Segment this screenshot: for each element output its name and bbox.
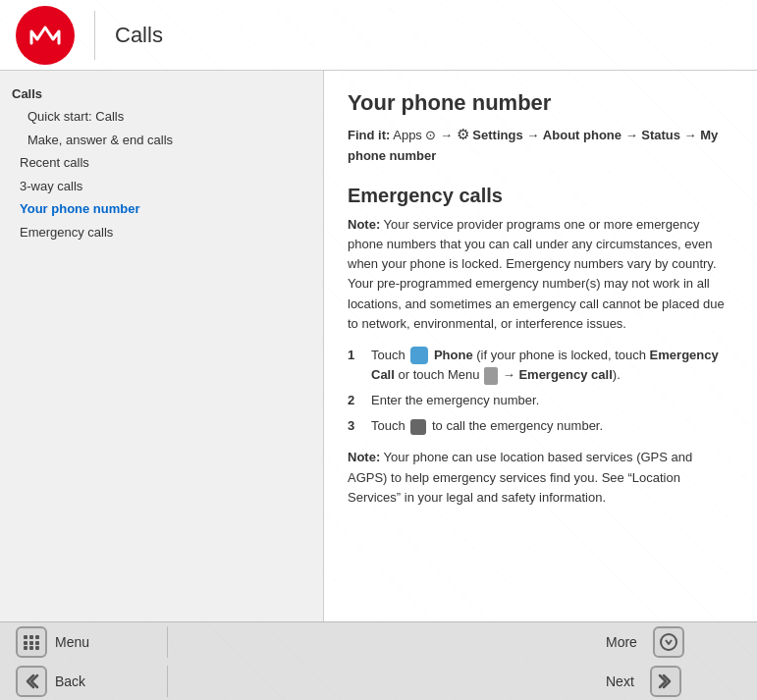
menu-label: Menu [55,634,89,650]
back-label: Back [55,673,85,689]
svg-rect-3 [24,641,27,645]
step3-text: Touch to call the emergency number. [371,416,733,436]
sidebar-item-your-phone-number[interactable]: Your phone number [8,197,315,221]
sidebar: Calls Quick start: Calls Make, answer & … [0,71,324,621]
footer-row-top: Menu More [0,622,757,662]
footer-row-bottom: Back Next [0,662,757,700]
main-content: Your phone number Find it: Apps ⊙ → ⚙ Se… [324,71,757,621]
footer-v-divider2 [167,666,168,697]
menu-icon-svg [23,633,40,651]
note2-label: Note: [348,450,380,464]
menu-icon [16,626,47,658]
svg-rect-6 [29,646,33,650]
next-button[interactable]: Next [590,660,757,700]
note1-text: Your service provider programs one or mo… [348,217,725,331]
step2-text: Enter the emergency number. [371,391,733,410]
find-it-label: Find it: [348,128,390,142]
sidebar-item-emergency-calls[interactable]: Emergency calls [8,221,315,244]
sidebar-item-3way[interactable]: 3-way calls [8,175,315,198]
step1-text: Touch Phone (if your phone is locked, to… [371,346,733,385]
back-icon-svg [22,672,41,691]
find-it-text: Find it: Apps ⊙ → ⚙ Settings → About pho… [348,124,733,165]
sidebar-item-make-answer[interactable]: Make, answer & end calls [8,129,315,152]
sidebar-item-recent-calls[interactable]: Recent calls [8,151,315,175]
step3: 3 Touch to call the emergency number. [348,416,733,436]
phone-icon-small [410,419,426,435]
back-icon [16,666,47,697]
svg-rect-7 [35,635,39,639]
next-label: Next [606,673,634,689]
menu-icon-inline [484,367,498,385]
section-heading-emergency: Emergency calls [348,185,733,207]
back-button[interactable]: Back [0,660,167,700]
header-divider [94,11,95,60]
phone-icon-blue [410,347,428,364]
footer: Menu More [0,621,757,700]
menu-button[interactable]: Menu [0,620,167,664]
step3-num: 3 [348,416,365,436]
svg-rect-4 [29,641,33,645]
svg-rect-2 [29,635,33,639]
more-button[interactable]: More [590,620,757,664]
main-layout: Calls Calls Quick start: Calls Make, ans… [0,0,757,700]
svg-rect-8 [35,641,39,645]
step1: 1 Touch Phone (if your phone is locked, … [348,346,733,385]
motorola-logo-svg [24,14,67,57]
note2-text: Your phone can use location based servic… [348,450,692,504]
header-title: Calls [115,23,163,48]
emergency-note1: Note: Your service provider programs one… [348,215,733,334]
sidebar-section-title: Calls [8,86,315,101]
next-icon [650,666,681,697]
step2: 2 Enter the emergency number. [348,391,733,410]
section-heading-phone-number: Your phone number [348,90,733,116]
sidebar-item-quickstart[interactable]: Quick start: Calls [8,105,315,129]
content-area: Calls Quick start: Calls Make, answer & … [0,71,757,621]
motorola-logo [16,6,75,65]
more-icon-svg [659,632,678,652]
step2-num: 2 [348,391,365,410]
emergency-note2: Note: Your phone can use location based … [348,448,733,507]
steps-list: 1 Touch Phone (if your phone is locked, … [348,346,733,437]
svg-rect-9 [35,646,39,650]
header: Calls [0,0,757,71]
note1-label: Note: [348,217,380,232]
more-icon [653,626,684,658]
next-icon-svg [656,672,676,691]
more-label: More [606,634,637,650]
svg-rect-5 [24,646,27,650]
footer-v-divider1 [167,626,168,658]
step1-num: 1 [348,346,365,365]
find-it-path: Apps ⊙ → ⚙ Settings → About phone → Stat… [348,128,718,163]
svg-rect-1 [24,635,27,639]
svg-point-10 [661,634,676,650]
